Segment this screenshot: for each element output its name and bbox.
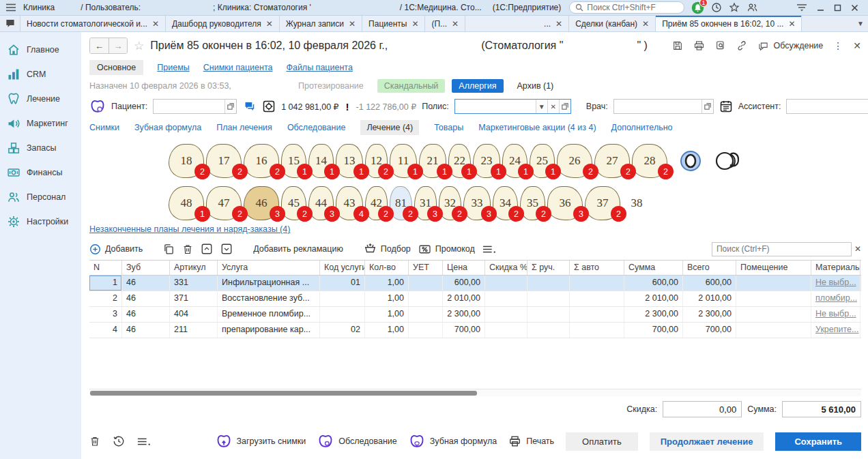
cell-0-3[interactable]: Инфильтрационная ... (218, 276, 320, 291)
cell-2-14[interactable]: Не выбр... (811, 307, 860, 322)
cell-3-12[interactable]: 700,00 (683, 323, 736, 338)
cell-0-9[interactable] (527, 276, 570, 291)
cell-2-5[interactable]: 1,00 (365, 307, 409, 322)
cell-3-8[interactable] (485, 323, 527, 338)
add-complaint-button[interactable]: Добавить рекламацию (253, 244, 343, 254)
tooth-16[interactable]: 162 (244, 144, 279, 178)
cell-0-5[interactable]: 1,00 (365, 276, 409, 291)
cell-2-3[interactable]: Временное пломбир... (218, 307, 320, 322)
section-tab-7[interactable]: Дополнительно (611, 123, 673, 132)
continue-treatment-button[interactable]: Продолжает лечение (650, 432, 764, 451)
tooth-46[interactable]: 463 (244, 186, 279, 220)
main-menu-icon[interactable] (5, 3, 16, 12)
cell-2-7[interactable]: 2 300,00 (443, 307, 485, 322)
notifications-icon[interactable]: 1 (691, 1, 704, 14)
history-icon[interactable] (711, 2, 722, 13)
tooth-26[interactable]: 262 (557, 144, 592, 178)
sidebar-item-настройки[interactable]: Настройки (0, 209, 81, 234)
link-icon[interactable] (736, 40, 747, 51)
column-header-10[interactable]: Σ авто (570, 261, 624, 275)
add-button[interactable]: Добавить (89, 243, 143, 255)
more-commands-icon[interactable] (482, 245, 496, 254)
favorites-star-icon[interactable] (729, 2, 740, 13)
footer-more-icon[interactable] (137, 437, 151, 446)
sidebar-item-запасы[interactable]: Запасы (0, 136, 81, 160)
copy-icon[interactable] (163, 243, 175, 255)
sum-input[interactable] (782, 401, 861, 417)
tooth-27[interactable]: 272 (594, 144, 630, 178)
policy-input[interactable] (455, 100, 536, 113)
print-button[interactable]: Печать (508, 435, 554, 447)
cell-3-1[interactable]: 46 (122, 323, 170, 338)
delete-icon[interactable] (89, 435, 100, 447)
cell-2-4[interactable] (320, 307, 365, 322)
tag-2[interactable]: Аллергия (452, 79, 503, 93)
chevron-down-icon[interactable]: ▼ (536, 100, 547, 113)
material-link[interactable]: пломбир... (815, 293, 857, 303)
pay-button[interactable]: Оплатить (566, 432, 638, 451)
cell-2-1[interactable]: 46 (122, 307, 170, 322)
cell-2-12[interactable]: 2 300,00 (683, 307, 736, 322)
cell-3-7[interactable]: 700,00 (443, 323, 485, 338)
close-window-icon[interactable] (851, 4, 858, 12)
cell-3-9[interactable] (527, 323, 570, 338)
discount-input[interactable] (663, 401, 742, 417)
tooth-38[interactable]: 38 (622, 186, 651, 220)
subtab-2[interactable]: Снимки пациента (203, 63, 273, 72)
subtab-0[interactable]: Основное (89, 60, 143, 75)
promo-button[interactable]: Промокод (418, 244, 475, 254)
subtab-1[interactable]: Приемы (157, 63, 189, 72)
save-button[interactable]: Сохранить (775, 432, 861, 451)
tab-6[interactable]: Сделки (канбан)✕ (569, 16, 656, 31)
table-row[interactable]: 146331Инфильтрационная ...011,00600,0060… (89, 276, 861, 291)
tab-2[interactable]: Журнал записи✕ (280, 16, 362, 31)
cell-3-11[interactable]: 700,00 (624, 323, 683, 338)
patient-input[interactable] (154, 100, 225, 113)
close-tab-icon[interactable]: ✕ (555, 19, 562, 29)
cell-0-14[interactable]: Не выбр... (811, 276, 860, 291)
column-header-12[interactable]: Всего (683, 261, 736, 275)
material-link[interactable]: Укрепите... (815, 325, 858, 334)
column-header-2[interactable]: Артикул (170, 261, 218, 275)
cell-3-6[interactable] (409, 323, 443, 338)
global-search-input[interactable] (587, 3, 678, 12)
change-history-icon[interactable] (113, 435, 125, 447)
cell-0-2[interactable]: 331 (170, 276, 218, 291)
section-tab-6[interactable]: Маркетинговые акции (4 из 4) (478, 123, 596, 132)
close-tab-icon[interactable]: ✕ (642, 19, 649, 29)
column-header-9[interactable]: Σ руч. (527, 261, 570, 275)
tag-3[interactable]: Архив (1) (510, 79, 561, 93)
material-link[interactable]: Не выбр... (815, 309, 856, 319)
cell-1-3[interactable]: Восстановление зуб... (218, 291, 320, 306)
tooth-43[interactable]: 434 (336, 186, 363, 220)
cell-0-7[interactable]: 600,00 (443, 276, 485, 291)
tab-1[interactable]: Дашборд руководителя✕ (166, 16, 280, 31)
users-icon[interactable] (747, 2, 758, 13)
tooth-21[interactable]: 211 (419, 144, 446, 178)
cell-2-9[interactable] (527, 307, 570, 322)
sidebar-item-crm[interactable]: CRM (0, 62, 81, 87)
column-header-0[interactable]: N (89, 261, 122, 275)
cell-3-3[interactable]: препарирование кар... (218, 323, 320, 338)
column-header-5[interactable]: Кол-во (365, 261, 409, 275)
tooth-23[interactable]: 231 (473, 144, 500, 178)
close-tab-icon[interactable]: ✕ (411, 19, 418, 29)
minimize-icon[interactable] (817, 4, 824, 12)
dental-formula-button[interactable]: Зубная формула (409, 434, 497, 449)
move-up-icon[interactable] (201, 243, 213, 255)
cell-3-2[interactable]: 211 (170, 323, 218, 338)
tag-0[interactable]: Протезирование (255, 79, 371, 93)
clear-search-icon[interactable]: ✕ (854, 244, 861, 254)
tab-3[interactable]: Пациенты✕ (362, 16, 425, 31)
section-tab-0[interactable]: Снимки (89, 123, 119, 132)
table-row[interactable]: 346404Временное пломбир...1,002 300,002 … (89, 307, 861, 323)
tooth-28[interactable]: 282 (632, 144, 667, 178)
doctor-input[interactable] (614, 100, 701, 113)
cell-3-5[interactable]: 1,00 (365, 323, 409, 338)
pick-button[interactable]: Подбор (364, 243, 411, 255)
cell-2-8[interactable] (485, 307, 527, 322)
cell-1-13[interactable] (736, 291, 811, 306)
tab-7[interactable]: Приём 85 окончен в 16:02, 10 ...✕ (656, 16, 802, 31)
column-header-4[interactable]: Код услуги (320, 261, 365, 275)
cell-1-11[interactable]: 2 010,00 (624, 291, 683, 306)
